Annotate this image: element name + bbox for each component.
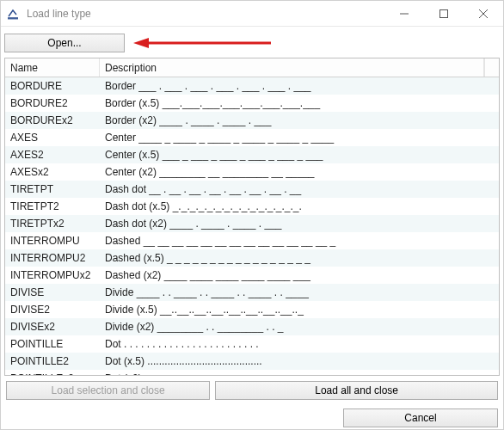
line-type-table: Name Description BORDUREBorder ___ . ___… (4, 58, 500, 376)
cell-name: INTERROMPU (5, 235, 100, 247)
cell-description: Dash dot (x2) ____ . ____ . ____ . ___ (100, 218, 499, 230)
cell-name: INTERROMPU2 (5, 252, 100, 264)
annotation-arrow (133, 35, 271, 51)
scroll-spacer (484, 58, 499, 77)
table-row[interactable]: TIRETPTDash dot __ . __ . __ . __ . __ .… (5, 181, 499, 198)
cell-name: TIRETPT (5, 183, 100, 195)
cell-name: BORDURE2 (5, 97, 100, 109)
cell-description: Dashed (x.5) _ _ _ _ _ _ _ _ _ _ _ _ _ _… (100, 252, 499, 264)
cell-name: INTERROMPUx2 (5, 269, 100, 281)
table-header: Name Description (5, 58, 499, 77)
bottom-bar: Load selection and close Load all and cl… (4, 376, 500, 427)
cell-description: Divide ____ . . ____ . . ____ . . ____ .… (100, 286, 499, 298)
table-row[interactable]: DIVISEx2Divide (x2) ________ . . _______… (5, 318, 499, 335)
app-icon (1, 2, 25, 26)
cell-description: Border (x.5) ___.___.___.___.___.___.___… (100, 97, 499, 109)
cell-description: Border ___ . ___ . ___ . ___ . ___ . ___… (100, 80, 499, 92)
cell-description: Dash dot __ . __ . __ . __ . __ . __ . _… (100, 183, 499, 195)
table-row[interactable]: DIVISEDivide ____ . . ____ . . ____ . . … (5, 284, 499, 301)
column-header-description[interactable]: Description (100, 58, 484, 77)
cell-description: Dot . . . . . . . . . . . . . . . . . . … (100, 338, 499, 350)
table-row[interactable]: POINTILLEx2Dot (x2) . . . . . . . . . . … (5, 370, 499, 375)
cell-name: DIVISEx2 (5, 321, 100, 333)
cancel-button[interactable]: Cancel (343, 408, 498, 427)
table-row[interactable]: TIRETPTx2Dash dot (x2) ____ . ____ . ___… (5, 215, 499, 232)
close-button[interactable] (464, 1, 503, 27)
cell-name: POINTILLE (5, 338, 100, 350)
cell-description: Dot (x.5) ..............................… (100, 355, 499, 367)
cell-name: DIVISE (5, 286, 100, 298)
maximize-button[interactable] (424, 1, 464, 27)
cell-description: Divide (x.5) __..__..__..__..__..__..__.… (100, 304, 499, 316)
table-body[interactable]: BORDUREBorder ___ . ___ . ___ . ___ . __… (5, 77, 499, 375)
cell-name: DIVISE2 (5, 304, 100, 316)
cell-description: Center (x.5) ___ _ ___ _ ___ _ ___ _ ___… (100, 149, 499, 161)
table-row[interactable]: DIVISE2Divide (x.5) __..__..__..__..__..… (5, 301, 499, 318)
table-row[interactable]: BORDUREx2Border (x2) ____ . ____ . ____ … (5, 112, 499, 129)
table-row[interactable]: TIRETPT2Dash dot (x.5) _._._._._._._._._… (5, 198, 499, 215)
toolbar: Open... (4, 30, 500, 58)
titlebar: Load line type (1, 1, 503, 27)
cell-name: AXES (5, 132, 100, 144)
table-row[interactable]: AXESCenter ____ _ ____ _ ____ _ ____ _ _… (5, 129, 499, 146)
cell-name: POINTILLE2 (5, 355, 100, 367)
table-row[interactable]: POINTILLE2Dot (x.5) ....................… (5, 353, 499, 370)
cell-name: BORDUREx2 (5, 114, 100, 126)
table-row[interactable]: INTERROMPUx2Dashed (x2) ____ ____ ____ _… (5, 267, 499, 284)
table-row[interactable]: AXES2Center (x.5) ___ _ ___ _ ___ _ ___ … (5, 146, 499, 163)
window-title: Load line type (25, 8, 384, 20)
cell-description: Divide (x2) ________ . . ________ . . _ (100, 321, 499, 333)
open-button[interactable]: Open... (4, 34, 125, 52)
cell-description: Dashed __ __ __ __ __ __ __ __ __ __ __ … (100, 235, 499, 247)
cell-name: POINTILLEx2 (5, 372, 100, 375)
cell-description: Border (x2) ____ . ____ . ____ . ___ (100, 114, 499, 126)
svg-marker-2 (133, 38, 149, 48)
cell-description: Center ____ _ ____ _ ____ _ ____ _ ____ … (100, 132, 499, 144)
cell-name: TIRETPTx2 (5, 218, 100, 230)
table-row[interactable]: INTERROMPUDashed __ __ __ __ __ __ __ __… (5, 232, 499, 249)
cell-description: Dashed (x2) ____ ____ ____ ____ ____ ___ (100, 269, 499, 281)
cell-name: BORDURE (5, 80, 100, 92)
load-all-button[interactable]: Load all and close (215, 381, 498, 400)
table-row[interactable]: BORDURE2Border (x.5) ___.___.___.___.___… (5, 95, 499, 112)
table-row[interactable]: POINTILLEDot . . . . . . . . . . . . . .… (5, 335, 499, 353)
cell-name: TIRETPT2 (5, 200, 100, 212)
minimize-button[interactable] (384, 1, 424, 27)
table-row[interactable]: BORDUREBorder ___ . ___ . ___ . ___ . __… (5, 77, 499, 95)
cell-description: Dash dot (x.5) _._._._._._._._._._._._._… (100, 200, 499, 212)
load-selection-button: Load selection and close (6, 381, 210, 400)
cell-name: AXES2 (5, 149, 100, 161)
cell-description: Center (x2) ________ __ ________ __ ____… (100, 166, 499, 178)
table-row[interactable]: INTERROMPU2Dashed (x.5) _ _ _ _ _ _ _ _ … (5, 249, 499, 267)
cell-description: Dot (x2) . . . . . . . . . . . . . . (100, 372, 499, 375)
table-row[interactable]: AXESx2Center (x2) ________ __ ________ _… (5, 163, 499, 181)
column-header-name[interactable]: Name (5, 58, 100, 77)
svg-rect-0 (440, 9, 448, 17)
cell-name: AXESx2 (5, 166, 100, 178)
